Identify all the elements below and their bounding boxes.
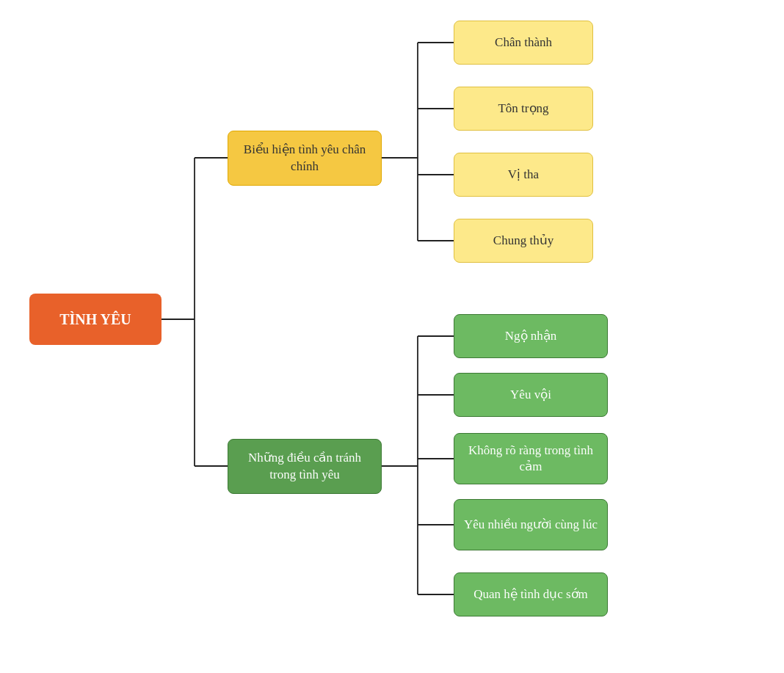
leaf-label: Tôn trọng: [498, 101, 548, 117]
leaf-chung-thuy: Chung thủy: [454, 219, 593, 263]
root-node: TÌNH YÊU: [29, 294, 161, 345]
leaf-vi-tha: Vị tha: [454, 153, 593, 197]
leaf-label: Yêu vội: [510, 387, 551, 403]
branch-bottom-node: Những điều cần tránh trong tình yêu: [228, 439, 382, 494]
leaf-label: Yêu nhiều người cùng lúc: [464, 517, 598, 533]
leaf-label: Vị tha: [508, 167, 539, 183]
leaf-ngo-nhan: Ngộ nhận: [454, 314, 608, 358]
leaf-chan-thanh: Chân thành: [454, 21, 593, 65]
leaf-label: Chung thủy: [493, 233, 553, 249]
leaf-label: Chân thành: [495, 34, 552, 51]
leaf-ton-trong: Tôn trọng: [454, 87, 593, 131]
leaf-label: Quan hệ tình dục sớm: [473, 586, 588, 603]
root-label: TÌNH YÊU: [59, 310, 131, 329]
branch-top-label: Biểu hiện tình yêu chân chính: [237, 142, 372, 174]
mind-map-diagram: TÌNH YÊU Biểu hiện tình yêu chân chính N…: [0, 0, 784, 673]
leaf-yeu-nhieu-nguoi: Yêu nhiều người cùng lúc: [454, 499, 608, 550]
leaf-khong-ro-rang: Không rõ ràng trong tình cảm: [454, 433, 608, 484]
branch-top-node: Biểu hiện tình yêu chân chính: [228, 131, 382, 186]
leaf-yeu-voi: Yêu vội: [454, 373, 608, 417]
leaf-label: Không rõ ràng trong tình cảm: [463, 443, 598, 475]
branch-bottom-label: Những điều cần tránh trong tình yêu: [237, 450, 372, 482]
leaf-quan-he: Quan hệ tình dục sớm: [454, 572, 608, 616]
leaf-label: Ngộ nhận: [505, 328, 557, 344]
